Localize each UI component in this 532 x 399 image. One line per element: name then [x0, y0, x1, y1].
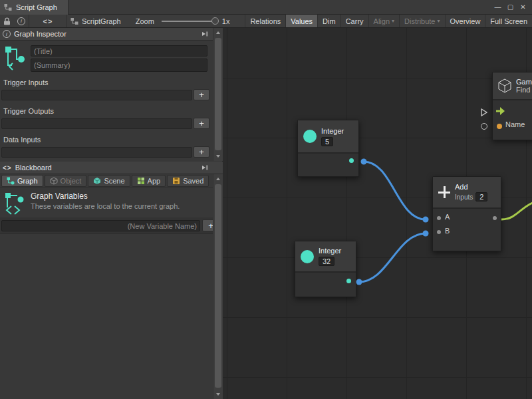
node-subtitle: Find: [516, 86, 532, 94]
tab-scene[interactable]: Scene: [88, 175, 130, 187]
scroll-thumb[interactable]: [215, 184, 221, 388]
trigger-output-arrow-icon[interactable]: [496, 107, 505, 115]
graph-name: ScriptGraph: [82, 17, 121, 25]
node-title: Integer: [319, 247, 341, 255]
titlebar[interactable]: Script Graph — ▢ ✕: [0, 0, 532, 15]
carry-button[interactable]: Carry: [340, 15, 368, 27]
scroll-up-button[interactable]: [213, 175, 223, 183]
scroll-up-button[interactable]: [213, 29, 223, 37]
add-trigger-input-button[interactable]: +: [194, 89, 209, 100]
tab-title: Script Graph: [16, 3, 57, 11]
align-button[interactable]: Align▾: [368, 15, 399, 27]
node-body: [298, 154, 358, 176]
inspector-toggle-button[interactable]: i: [14, 15, 29, 27]
graph-canvas[interactable]: Integer 5 Integer 32: [223, 28, 532, 399]
script-graph-window: Script Graph — ▢ ✕ i <>: [0, 0, 532, 399]
node-header: Integer 5: [298, 120, 358, 154]
info-icon: i: [3, 30, 11, 38]
close-button[interactable]: ✕: [517, 1, 529, 14]
connection-endpoint[interactable]: [356, 279, 362, 285]
tab-graph[interactable]: Graph: [1, 175, 43, 187]
maximize-button[interactable]: ▢: [505, 1, 516, 14]
script-graph-tab[interactable]: Script Graph: [0, 0, 68, 15]
panel-expand-icon[interactable]: [201, 164, 208, 171]
scroll-down-button[interactable]: [213, 152, 223, 160]
data-inputs-label: Data Inputs: [3, 136, 41, 144]
connection-endpoint[interactable]: [423, 231, 429, 237]
object-cube-icon: [50, 177, 58, 185]
graph-summary-input[interactable]: [31, 59, 207, 72]
node-header: Integer 32: [295, 241, 356, 273]
wire-add-output: [501, 202, 532, 219]
zoom-slider[interactable]: [160, 15, 219, 28]
inspector-scrollbar[interactable]: [213, 28, 223, 161]
inputs-label: Inputs: [455, 194, 473, 201]
values-button[interactable]: Values: [285, 15, 317, 27]
dim-button[interactable]: Dim: [317, 15, 340, 27]
scroll-down-button[interactable]: [213, 390, 223, 398]
panel-expand-icon[interactable]: [201, 31, 208, 37]
tab-object[interactable]: Object: [45, 175, 87, 187]
script-graph-icon: [4, 3, 12, 11]
new-variable-input[interactable]: [1, 220, 200, 231]
lock-icon: [3, 17, 11, 25]
tab-saved[interactable]: Saved: [167, 175, 209, 187]
node-integer-b[interactable]: Integer 32: [295, 241, 356, 297]
app-grid-icon: [137, 177, 145, 185]
blackboard-header: <> Blackboard: [0, 162, 223, 174]
graph-variables-icon: [4, 192, 25, 215]
graph-title-input[interactable]: [31, 45, 207, 57]
wire-integer-a-to-add: [364, 162, 426, 219]
node-gameobject-find[interactable]: GameObject Find Name: [492, 72, 532, 140]
code-icon: <>: [3, 164, 12, 172]
info-icon: i: [17, 17, 25, 25]
scene-icon: [93, 177, 101, 185]
graph-breadcrumb[interactable]: ScriptGraph: [67, 15, 124, 27]
output-port[interactable]: [346, 279, 351, 283]
add-icon: [438, 186, 450, 198]
distribute-button[interactable]: Distribute▾: [399, 15, 444, 27]
full-screen-button[interactable]: Full Screen: [485, 15, 532, 27]
chevron-down-icon: ▾: [392, 18, 394, 24]
script-graph-asset-icon: [70, 17, 78, 25]
port-b-label: B: [445, 227, 450, 235]
overview-button[interactable]: Overview: [445, 15, 485, 27]
toolbar-button-group: Relations Values Dim Carry Align▾ Distri…: [245, 15, 532, 27]
value-input-port-icon[interactable]: [481, 123, 487, 130]
add-trigger-output-button[interactable]: +: [194, 118, 209, 129]
trigger-input-port-icon[interactable]: [481, 108, 487, 116]
chevron-down-icon: ▾: [438, 18, 440, 24]
gameobject-cube-icon: [498, 78, 511, 93]
node-title: Add: [455, 183, 487, 191]
input-port-a[interactable]: [437, 216, 441, 220]
connection-endpoint[interactable]: [423, 217, 429, 223]
graph-variables-desc: These variables are local to the current…: [31, 202, 180, 210]
graph-inspector-title: Graph Inspector: [14, 30, 66, 38]
integer-literal-icon: [303, 130, 317, 143]
saved-disk-icon: [172, 177, 180, 185]
blackboard-scrollbar[interactable]: [213, 174, 223, 399]
wire-integer-b-to-add: [359, 233, 426, 282]
zoom-slider-handle[interactable]: [211, 17, 219, 25]
inputs-count-field[interactable]: 2: [475, 192, 487, 201]
node-title: GameObject: [516, 78, 532, 86]
name-input-port[interactable]: [497, 124, 502, 129]
minimize-button[interactable]: —: [492, 1, 503, 14]
lock-button[interactable]: [0, 15, 14, 27]
node-title: Integer: [321, 127, 344, 135]
relations-button[interactable]: Relations: [245, 15, 285, 27]
scroll-thumb[interactable]: [215, 38, 221, 150]
graph-tab-icon: [7, 177, 15, 185]
integer-value-field[interactable]: 5: [321, 137, 333, 146]
node-add[interactable]: Add Inputs 2 A B: [432, 176, 501, 251]
connection-endpoint[interactable]: [361, 159, 367, 165]
output-port[interactable]: [493, 216, 497, 220]
integer-value-field[interactable]: 32: [319, 257, 334, 266]
tab-app[interactable]: App: [132, 175, 166, 187]
code-view-button[interactable]: <>: [29, 15, 66, 27]
input-port-b[interactable]: [437, 230, 441, 234]
node-integer-a[interactable]: Integer 5: [297, 120, 359, 177]
output-port[interactable]: [349, 158, 354, 163]
toolbar: i <> ScriptGraph Zoom 1x Relations Valu: [0, 15, 532, 28]
add-data-input-button[interactable]: +: [194, 146, 209, 158]
